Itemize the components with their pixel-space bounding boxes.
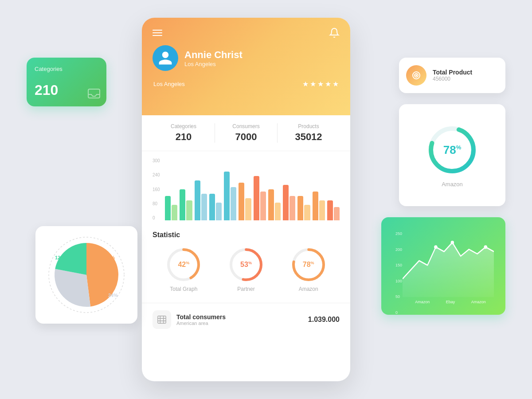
bar — [289, 196, 295, 220]
bar-group — [180, 189, 192, 220]
total-product-icon — [406, 65, 426, 86]
bar — [297, 196, 303, 220]
svg-marker-14 — [403, 243, 494, 297]
categories-card: Categories 210 — [27, 58, 106, 106]
donut-label: Partner — [237, 286, 254, 292]
bar-group — [224, 172, 236, 220]
consumers-info: Total consumers American area — [176, 313, 308, 326]
bar-chart-section: 300 240 160 80 0 — [142, 151, 350, 224]
donut-value: 78% — [303, 261, 314, 269]
donut-value: 42% — [178, 261, 189, 269]
stat-categories-value: 210 — [153, 131, 215, 143]
location-stars-row: Los Angeles ★ ★ ★ ★ ★ — [153, 80, 340, 88]
consumers-row: Total consumers American area 1.039.000 — [142, 303, 350, 336]
location-text: Los Angeles — [153, 81, 185, 87]
stat-consumers-label: Consumers — [215, 123, 277, 129]
svg-point-11 — [416, 75, 417, 76]
chart-y-axis: 300 240 160 80 0 — [153, 158, 160, 220]
svg-point-15 — [434, 245, 437, 249]
notification-icon[interactable] — [329, 27, 340, 38]
inbox-icon — [88, 89, 100, 100]
stats-bar: Categories 210 Consumers 7000 Products 3… — [142, 115, 350, 151]
bars-container — [153, 158, 340, 220]
bar — [201, 194, 207, 220]
bar-chart-area: 300 240 160 80 0 — [153, 158, 340, 220]
stat-categories: Categories 210 — [153, 123, 215, 143]
donut-value: 53% — [240, 261, 252, 269]
stat-products-value: 35012 — [278, 131, 340, 143]
pie-label: 12% — [55, 255, 65, 260]
bar — [195, 180, 200, 220]
profile-name: Annie Christ — [184, 49, 243, 61]
bar — [319, 200, 325, 220]
stat-consumers: Consumers 7000 — [215, 123, 277, 143]
phone-card: Annie Christ Los Angeles Los Angeles ★ ★… — [142, 18, 350, 381]
pie-label: 24% — [108, 293, 118, 298]
bar — [209, 194, 215, 220]
stat-consumers-value: 7000 — [215, 131, 277, 143]
phone-header: Annie Christ Los Angeles Los Angeles ★ ★… — [142, 18, 350, 115]
pie-label: 78% — [105, 255, 115, 260]
bar — [216, 203, 222, 220]
donut-label: Total Graph — [170, 286, 197, 292]
amazon-label: Amazon — [442, 181, 463, 188]
bar — [165, 196, 171, 220]
stat-products: Products 35012 — [277, 123, 340, 143]
bar-group — [297, 196, 310, 220]
bar — [254, 176, 259, 220]
bar — [224, 172, 230, 220]
profile-info: Annie Christ Los Angeles — [184, 49, 243, 67]
bar-group — [327, 200, 340, 220]
total-product-value: 456000 — [433, 76, 472, 82]
bar-group — [268, 189, 281, 220]
bar-group — [209, 194, 222, 220]
stat-products-label: Products — [278, 123, 340, 129]
consumers-title: Total consumers — [176, 313, 308, 321]
scene: Annie Christ Los Angeles Los Angeles ★ ★… — [22, 9, 510, 390]
consumers-icon — [153, 310, 171, 329]
categories-card-label: Categories — [35, 66, 98, 72]
stars: ★ ★ ★ ★ ★ — [302, 80, 339, 88]
bar-group — [283, 185, 295, 220]
bar — [283, 185, 289, 220]
consumers-value: 1.039.000 — [308, 316, 340, 324]
avatar — [153, 45, 178, 71]
total-product-card: Total Product 456000 — [399, 58, 505, 93]
bar — [260, 192, 266, 220]
consumers-subtitle: American area — [176, 321, 308, 326]
stat-categories-label: Categories — [153, 123, 215, 129]
line-chart-x-axis: Amazon Ebay Amazon — [407, 300, 494, 304]
bar — [180, 189, 185, 220]
statistic-donut-item: 42%Total Graph — [166, 247, 201, 292]
total-product-info: Total Product 456000 — [433, 69, 472, 82]
donut-wrap: 53% — [228, 247, 264, 282]
amazon-donut-card: 78% Amazon — [399, 104, 505, 206]
bar-group — [254, 176, 266, 220]
pie-chart: 78%24%12% — [44, 233, 129, 317]
donut-label: Amazon — [299, 286, 318, 292]
statistic-donut-item: 78%Amazon — [291, 247, 326, 292]
bar — [304, 205, 310, 220]
amazon-donut-value: 78% — [443, 143, 461, 156]
statistic-section: Statistic 42%Total Graph 53%Partner 78%A… — [142, 224, 350, 299]
bar-group — [239, 183, 251, 220]
bar-group — [313, 192, 325, 220]
pie-card: 78%24%12% — [35, 226, 137, 324]
bar — [334, 207, 340, 220]
bar — [275, 203, 281, 220]
statistic-title: Statistic — [153, 231, 340, 239]
bar — [239, 183, 244, 220]
bar — [327, 200, 333, 220]
amazon-donut: 78% — [426, 123, 479, 176]
bar — [313, 192, 318, 220]
menu-icon[interactable] — [153, 30, 162, 36]
profile-section: Annie Christ Los Angeles — [153, 45, 340, 71]
profile-city: Los Angeles — [184, 61, 243, 67]
bar — [172, 205, 177, 220]
donut-wrap: 78% — [291, 247, 326, 282]
bar-group — [165, 196, 177, 220]
bar — [186, 200, 192, 220]
bar — [231, 187, 236, 220]
bar-group — [195, 180, 207, 220]
bar — [268, 189, 274, 220]
